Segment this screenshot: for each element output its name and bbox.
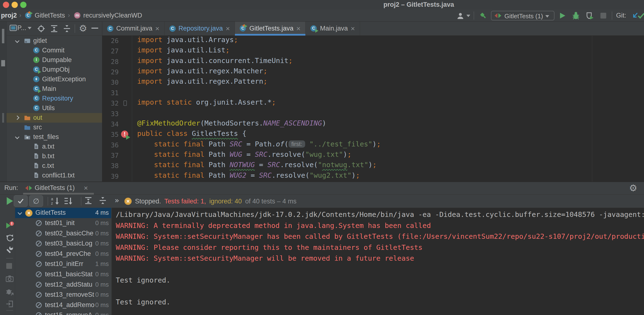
- code-line[interactable]: 33: [102, 109, 644, 119]
- project-tree-item[interactable]: gitlet: [6, 36, 102, 46]
- code-line[interactable]: 38 static final Path NOTWUG = SRC.resolv…: [102, 161, 644, 171]
- code-line[interactable]: 35 ! public class GitletTests {: [102, 129, 644, 140]
- run-with-coverage-icon[interactable]: [586, 11, 594, 20]
- navigation-bar: proj2 › C GitletTests › m recursivelyCle…: [0, 10, 644, 22]
- project-tree-item[interactable]: C Repository: [6, 94, 102, 103]
- gear-icon[interactable]: ⚙: [629, 183, 637, 193]
- project-tree-item[interactable]: out: [6, 113, 102, 123]
- test-tree-item[interactable]: test01_init 0 ms: [15, 218, 111, 228]
- chevron-down-icon[interactable]: [18, 210, 22, 215]
- rerun-failed-tests-icon[interactable]: [6, 221, 14, 229]
- test-settings-wrench-icon[interactable]: [6, 246, 14, 254]
- snapshot-camera-icon: [6, 275, 14, 282]
- test-duration: 0 ms: [95, 301, 109, 309]
- code-line[interactable]: 26 import java.util.Arrays;: [102, 35, 644, 46]
- run-button[interactable]: [559, 12, 566, 19]
- project-tree-item[interactable]: b.txt: [6, 151, 102, 161]
- code-line[interactable]: 31: [102, 88, 644, 98]
- project-toolbar: P... ⚙: [6, 22, 102, 35]
- code-line[interactable]: 28 import java.util.concurrent.TimeUnit;: [102, 56, 644, 67]
- test-tree-item[interactable]: test12_addStatu 0 ms: [15, 280, 111, 290]
- chevron-right-icon[interactable]: [15, 115, 19, 120]
- project-tree-item[interactable]: conflict1.txt: [6, 171, 102, 180]
- test-name: test02_basicChe: [45, 230, 94, 237]
- git-commit-check-icon[interactable]: [637, 12, 644, 19]
- project-tree-item[interactable]: C Utils: [6, 103, 102, 113]
- test-tree-item[interactable]: test03_basicLog 0 ms: [15, 239, 111, 249]
- code-line[interactable]: 37 static final Path WUG = SRC.resolve("…: [102, 150, 644, 161]
- close-icon[interactable]: ×: [84, 184, 88, 192]
- run-configuration-selector[interactable]: GitletTests (1): [491, 11, 554, 20]
- line-number: 37: [102, 150, 119, 161]
- debug-bug-icon[interactable]: [572, 11, 580, 20]
- test-tree-item[interactable]: test13_removeSt 0 ms: [15, 290, 111, 300]
- sort-alphabetically-icon[interactable]: az: [50, 197, 60, 205]
- editor-tab[interactable]: C Repository.java ×: [164, 22, 235, 35]
- project-view-icon[interactable]: [10, 25, 17, 31]
- close-icon[interactable]: ×: [351, 25, 355, 32]
- project-tree-item[interactable]: a.txt: [6, 142, 102, 151]
- close-icon[interactable]: ×: [226, 25, 230, 32]
- expand-all-icon[interactable]: [84, 197, 92, 204]
- fold-marker-icon[interactable]: [124, 100, 127, 106]
- hide-panel-icon[interactable]: [92, 28, 98, 29]
- breadcrumb-method[interactable]: recursivelyCleanWD: [83, 12, 142, 19]
- project-tree-item[interactable]: C DumpObj: [6, 65, 102, 74]
- code-line[interactable]: 32 import static org.junit.Assert.*;: [102, 98, 644, 109]
- project-tree-item[interactable]: I Dumpable: [6, 55, 102, 65]
- test-tree-item[interactable]: test11_basicStat 0 ms: [15, 269, 111, 280]
- build-hammer-icon[interactable]: [479, 11, 487, 20]
- line-number: 33: [102, 109, 119, 119]
- failed-test-run-icon[interactable]: !: [121, 131, 129, 139]
- editor-tab[interactable]: C Commit.java ×: [102, 22, 164, 35]
- user-avatar-icon[interactable]: [457, 12, 464, 20]
- expand-all-icon[interactable]: [50, 25, 58, 32]
- breadcrumb-class[interactable]: GitletTests: [35, 12, 65, 19]
- chevron-down-icon[interactable]: [15, 38, 19, 43]
- test-tree-item[interactable]: test04_prevChe 0 ms: [15, 249, 111, 259]
- sort-by-duration-icon[interactable]: [64, 197, 74, 205]
- project-tree-item[interactable]: C Commit: [6, 46, 102, 55]
- project-tree-item[interactable]: GitletException: [6, 74, 102, 84]
- test-tree-item[interactable]: test14_addRemo 0 ms: [15, 300, 111, 311]
- editor-tab[interactable]: C GitletTests.java ×: [235, 22, 306, 35]
- collapse-all-icon[interactable]: [63, 25, 71, 32]
- show-passed-toggle[interactable]: [14, 195, 28, 207]
- test-console[interactable]: /Library/Java/JavaVirtualMachines/jdk-17…: [112, 208, 644, 315]
- collapse-all-icon[interactable]: [99, 197, 107, 204]
- locate-file-icon[interactable]: [37, 25, 45, 32]
- console-line: WARNING: System::setSecurityManager will…: [116, 254, 414, 262]
- project-view-selector[interactable]: P...: [17, 24, 26, 32]
- close-icon[interactable]: ×: [296, 25, 300, 32]
- tool-window-stripe[interactable]: [0, 22, 6, 182]
- test-tree-item[interactable]: × GitletTests 4 ms: [15, 208, 111, 218]
- class-run-icon: C: [310, 25, 317, 32]
- tab-label: Commit.java: [116, 25, 152, 32]
- code-line[interactable]: 29 import java.util.regex.Matcher;: [102, 67, 644, 77]
- project-tree-item[interactable]: test_files: [6, 132, 102, 142]
- show-ignored-toggle[interactable]: ∅: [29, 195, 43, 207]
- test-tree-item[interactable]: test02_basicChe 0 ms: [15, 228, 111, 239]
- code-editor[interactable]: 26 import java.util.Arrays; 27 import ja…: [102, 35, 644, 182]
- project-tree-item[interactable]: src: [6, 123, 102, 132]
- test-tree-item[interactable]: test10_initErr 1 ms: [15, 259, 111, 269]
- code-line[interactable]: 27 import java.util.List;: [102, 46, 644, 56]
- code-line[interactable]: 30 import java.util.regex.Pattern;: [102, 77, 644, 88]
- project-tree-item[interactable]: c.txt: [6, 161, 102, 171]
- code-line[interactable]: 36 static final Path SRC = Path.of(first…: [102, 140, 644, 151]
- breadcrumb-project[interactable]: proj2: [1, 12, 17, 19]
- code-line[interactable]: 34 @FixMethodOrder(MethodSorters.NAME_AS…: [102, 119, 644, 130]
- toggle-auto-test-icon[interactable]: [6, 234, 14, 242]
- project-tree-item[interactable]: C Main: [6, 84, 102, 94]
- editor-tab[interactable]: C Main.java ×: [306, 22, 360, 35]
- close-icon[interactable]: ×: [155, 25, 160, 32]
- test-tree-item[interactable]: test15_removeA 0 ms: [15, 310, 111, 315]
- zoom-window-button[interactable]: [20, 2, 26, 8]
- chevron-down-icon[interactable]: [15, 135, 19, 139]
- gear-icon[interactable]: ⚙: [79, 24, 87, 33]
- editor-tab-bar: C Commit.java × C Repository.java × C Gi…: [102, 22, 644, 35]
- code-line[interactable]: 39 static final Path WUG2 = SRC.resolve(…: [102, 171, 644, 182]
- close-window-button[interactable]: [3, 2, 9, 8]
- minimize-window-button[interactable]: [12, 2, 18, 8]
- more-options-icon[interactable]: »: [114, 196, 119, 205]
